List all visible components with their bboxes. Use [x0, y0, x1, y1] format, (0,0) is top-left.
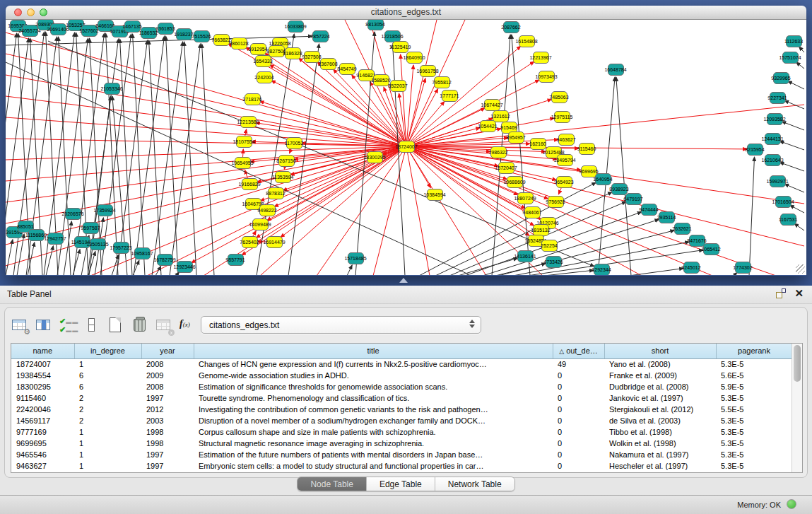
graph-node[interactable]: 8267150	[278, 155, 295, 167]
table-cell[interactable]: 1997	[141, 449, 194, 460]
function-builder-icon[interactable]: f(x)	[179, 316, 197, 334]
table-cell[interactable]: 2012	[141, 404, 194, 415]
graph-node[interactable]: 1918237	[176, 28, 192, 40]
graph-node[interactable]: 6479197	[625, 193, 642, 205]
table-cell[interactable]: 2	[74, 415, 141, 426]
table-cell[interactable]: 1	[74, 358, 141, 370]
table-cell[interactable]: 1	[74, 438, 141, 449]
graph-node[interactable]: 8938923	[611, 183, 628, 195]
graph-node[interactable]: 16033809	[288, 21, 304, 33]
graph-node[interactable]: 18107554	[236, 136, 252, 148]
column-header-pagerank[interactable]: pagerank	[716, 344, 792, 358]
graph-node[interactable]: 10973493	[539, 71, 555, 83]
graph-node[interactable]: 9654923	[556, 176, 572, 188]
table-cell[interactable]: 2	[74, 404, 141, 415]
table-cell[interactable]: 1998	[141, 438, 194, 449]
table-cell[interactable]: 0	[553, 449, 604, 460]
table-settings-icon[interactable]: ⚙	[11, 316, 29, 334]
graph-node[interactable]: 20691406	[50, 23, 66, 35]
graph-node[interactable]: 1321612	[493, 110, 509, 122]
graph-node[interactable]: 8454749	[339, 63, 355, 75]
table-cell[interactable]: 14569117	[11, 415, 74, 426]
table-cell[interactable]: 9699695	[11, 438, 74, 449]
table-cell[interactable]: Embryonic stem cells: a model to study s…	[194, 460, 553, 472]
graph-node[interactable]: 12975115	[554, 111, 570, 123]
graph-node[interactable]: 16914479	[266, 236, 283, 248]
table-cell[interactable]: Estimation of significance thresholds fo…	[194, 381, 553, 392]
graph-node[interactable]: 9329965	[773, 72, 789, 84]
graph-node[interactable]: 9115460	[579, 143, 595, 155]
table-row[interactable]: 1456911722003Disruption of a novel membe…	[11, 415, 792, 426]
graph-node[interactable]: 2718176	[245, 93, 261, 105]
table-cell[interactable]: 6	[74, 381, 141, 392]
table-cell[interactable]: 22420046	[11, 404, 74, 415]
delete-column-icon[interactable]: x	[155, 316, 173, 334]
graph-node[interactable]: 7485063	[551, 91, 567, 103]
graph-node[interactable]: 7986322	[490, 146, 507, 158]
table-cell[interactable]: 9465546	[11, 449, 74, 460]
table-row[interactable]: 1872400712008Changes of HCN gene express…	[11, 358, 792, 370]
graph-node[interactable]: 9361853	[158, 23, 174, 35]
column-header-name[interactable]: name	[11, 344, 74, 358]
graph-node[interactable]: 15720407	[498, 162, 514, 174]
table-row[interactable]: 911546021997Tourette syndrome. Phenomeno…	[11, 392, 792, 404]
table-cell[interactable]: 5.3E-5	[716, 426, 792, 438]
table-cell[interactable]: 5.9E-5	[716, 381, 792, 392]
graph-node[interactable]: 162160	[530, 138, 546, 150]
graph-node[interactable]: 12218506	[384, 30, 401, 42]
graph-node[interactable]: 12213967	[533, 52, 549, 64]
table-cell[interactable]: 1997	[141, 392, 194, 404]
network-canvas[interactable]: 1695304240557242089306206914061053257152…	[6, 20, 806, 275]
graph-node[interactable]: 1777171	[442, 90, 458, 102]
table-cell[interactable]: 1998	[141, 426, 194, 438]
table-cell[interactable]: 5.6E-5	[716, 370, 792, 381]
table-cell[interactable]: de Silva et al. (2003)	[604, 415, 716, 426]
table-cell[interactable]: 0	[553, 392, 604, 404]
table-cell[interactable]: 5.3E-5	[716, 358, 792, 370]
graph-node[interactable]: 1186532	[141, 27, 157, 39]
graph-node[interactable]: 1167531	[780, 214, 796, 226]
graph-node[interactable]: 15992971	[770, 175, 786, 187]
graph-node[interactable]: 12923446	[177, 261, 193, 273]
table-cell[interactable]: 9463627	[11, 460, 74, 472]
graph-node[interactable]: 2087662	[503, 21, 519, 33]
table-cell[interactable]: 0	[553, 460, 604, 472]
graph-node[interactable]: 9327508	[304, 51, 320, 63]
graph-node[interactable]: 15751074	[782, 52, 799, 64]
table-cell[interactable]: Estimation of the future numbers of pati…	[194, 449, 553, 460]
table-cell[interactable]: 1	[74, 449, 141, 460]
graph-node[interactable]: 1065412	[703, 243, 719, 255]
table-selector-combobox[interactable]: citations_edges.txt	[201, 316, 481, 334]
table-cell[interactable]: 2008	[141, 358, 194, 370]
split-pane-divider[interactable]	[0, 276, 812, 286]
table-cell[interactable]: 0	[553, 438, 604, 449]
graph-node[interactable]: 9699695	[581, 165, 597, 177]
table-cell[interactable]: Changes of HCN gene expression and I(f) …	[194, 358, 553, 370]
table-cell[interactable]: 1997	[141, 460, 194, 472]
column-visibility-icon[interactable]	[35, 316, 53, 334]
clear-selection-icon[interactable]	[83, 316, 101, 334]
graph-node[interactable]: 17957223	[113, 242, 129, 254]
zoom-window-button[interactable]	[40, 8, 47, 16]
network-window-titlebar[interactable]: citations_edges.txt	[6, 6, 806, 20]
graph-node[interactable]: 1054421	[480, 120, 496, 132]
graph-node[interactable]: 8186328	[285, 47, 301, 59]
graph-node[interactable]: 12942757	[47, 233, 64, 245]
graph-node[interactable]: 16648784	[608, 64, 624, 76]
graph-node[interactable]: 11325419	[392, 41, 408, 53]
table-row[interactable]: 1938455462009Genome-wide association stu…	[11, 370, 792, 381]
graph-node[interactable]: 1292344	[594, 264, 610, 276]
graph-node[interactable]: 8215954	[747, 144, 763, 156]
table-cell[interactable]: 6	[74, 370, 141, 381]
table-cell[interactable]: Jankovic et al. (1997)	[604, 392, 716, 404]
graph-node[interactable]: 8954957	[508, 132, 524, 144]
divider-handle-icon[interactable]	[399, 278, 408, 283]
graph-node[interactable]: 15718485	[348, 252, 364, 264]
graph-node[interactable]: 1588520	[373, 74, 389, 86]
graph-node[interactable]: 2935114	[659, 211, 675, 223]
table-cell[interactable]: 5.3E-5	[716, 438, 792, 449]
graph-node[interactable]: 7857224	[312, 30, 329, 42]
graph-node[interactable]: 12213589	[240, 116, 257, 128]
table-cell[interactable]: 5.3E-5	[716, 460, 792, 472]
table-row[interactable]: 1830029562008Estimation of significance …	[11, 381, 792, 392]
